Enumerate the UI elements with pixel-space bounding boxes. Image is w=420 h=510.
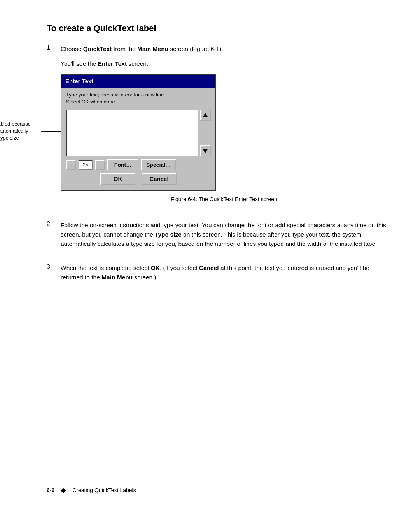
entertext-bold: Enter Text (98, 60, 127, 67)
bottom-row: OK Cancel (66, 173, 211, 185)
step-3-number: 3. (47, 263, 61, 270)
section-title: To create a QuickText label (47, 23, 389, 33)
size-minus-button[interactable]: − (66, 160, 76, 170)
quicktext-bold: QuickText (83, 46, 112, 52)
step-2-content: Follow the on-screen instructions and ty… (61, 221, 389, 249)
footer-section-text: Creating QuickText Labels (72, 487, 136, 493)
textarea-row (66, 110, 211, 156)
size-plus-button[interactable]: + (95, 160, 105, 170)
controls-row: − 25 + Font… Special… (66, 159, 211, 170)
step-1: 1. Choose QuickText from the Main Menu s… (47, 44, 389, 213)
cancel-bold: Cancel (199, 265, 219, 271)
dialog-title: Enter Text (65, 78, 93, 84)
ok-bold: OK (151, 265, 160, 271)
footer: 6-6 ◆ Creating QuickText Labels (47, 486, 389, 494)
page-container: To create a QuickText label 1. Choose Qu… (0, 0, 420, 510)
text-input[interactable] (66, 110, 198, 156)
footer-page-number: 6-6 (47, 487, 54, 493)
figure-caption: Figure 6-4. The QuickText Enter Text scr… (61, 195, 389, 204)
dialog-titlebar: Enter Text (61, 75, 215, 88)
instructions-line2: Select OK when done. (66, 99, 116, 105)
step-3-content: When the text is complete, select OK. (I… (61, 263, 389, 282)
step-1-number: 1. (47, 44, 61, 51)
step-1-content: Choose QuickText from the Main Menu scre… (61, 44, 389, 213)
dialog-instructions: Type your text; press <Enter> for a new … (66, 91, 211, 105)
size-display: 25 (79, 160, 93, 170)
typesize-bold: Type size (155, 231, 182, 238)
dialog-body: Type your text; press <Enter> for a new … (61, 88, 215, 189)
step-3: 3. When the text is complete, select OK.… (47, 263, 389, 289)
special-button[interactable]: Special… (141, 159, 176, 170)
enter-text-dialog: Enter Text Type your text; press <Enter>… (61, 74, 216, 191)
mainmenu-bold: Main Menu (137, 46, 168, 52)
mainmenu-bold-step3: Main Menu (102, 274, 133, 280)
scroll-up-icon (203, 113, 208, 117)
footer-bullet: ◆ (61, 486, 66, 494)
step-1-intro: Choose QuickText from the Main Menu scre… (61, 44, 389, 54)
font-button[interactable]: Font… (107, 159, 138, 170)
step-2-number: 2. (47, 221, 61, 228)
annotation-text: Option disabled because QuickText automa… (0, 121, 37, 142)
step-2: 2. Follow the on-screen instructions and… (47, 221, 389, 256)
step-1-see-screen: You'll see the Enter Text screen: (61, 59, 389, 68)
ok-button[interactable]: OK (100, 173, 135, 185)
instructions-line1: Type your text; press <Enter> for a new … (66, 92, 165, 98)
scroll-down-icon (203, 149, 208, 153)
annotation-line (41, 131, 61, 132)
dialog-wrapper: Option disabled because QuickText automa… (61, 74, 389, 191)
scrollbar (200, 110, 211, 156)
cancel-button[interactable]: Cancel (142, 173, 177, 185)
scroll-up-button[interactable] (200, 110, 211, 121)
scroll-down-button[interactable] (200, 145, 211, 156)
